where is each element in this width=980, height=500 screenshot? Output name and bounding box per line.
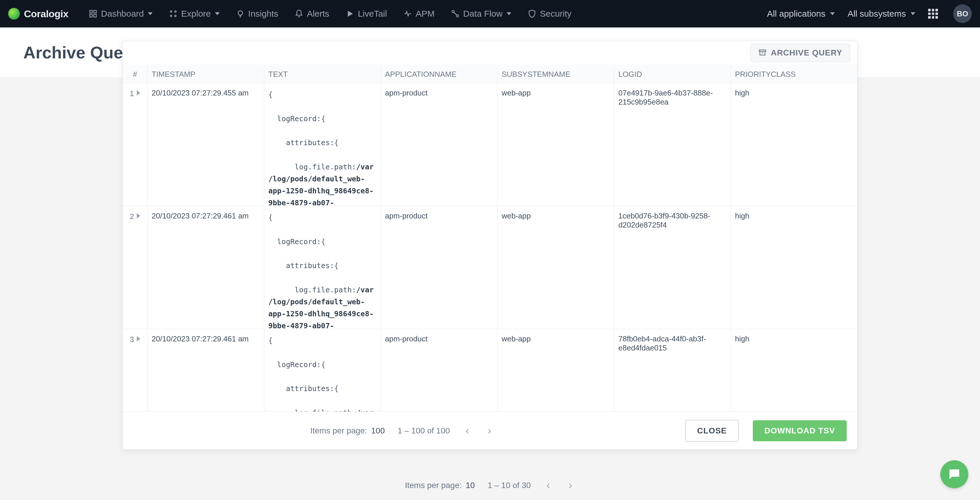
col-text[interactable]: TEXT <box>264 64 381 83</box>
shield-icon <box>528 10 536 18</box>
nav-explore[interactable]: Explore <box>167 6 221 21</box>
svg-rect-3 <box>94 14 97 17</box>
nav-security[interactable]: Security <box>526 6 573 21</box>
chevron-down-icon <box>215 12 220 15</box>
col-priority[interactable]: PRIORITYCLASS <box>731 64 847 83</box>
apps-menu-icon[interactable] <box>928 9 938 19</box>
row-index: 3 <box>130 335 134 412</box>
expand-row-icon[interactable] <box>137 90 140 96</box>
col-timestamp[interactable]: TIMESTAMP <box>147 64 264 83</box>
download-tsv-button[interactable]: DOWNLOAD TSV <box>753 420 847 441</box>
col-logid[interactable]: LOGID <box>614 64 731 83</box>
page-range: 1 – 10 of 30 <box>488 481 531 490</box>
flow-icon <box>451 10 460 18</box>
scope-subsystems[interactable]: All subsystems <box>848 9 915 19</box>
nav-livetail[interactable]: LiveTail <box>344 6 389 21</box>
page-pagination: Items per page: 10 1 – 10 of 30 ‹ › <box>0 477 980 494</box>
svg-point-4 <box>170 11 172 12</box>
svg-point-8 <box>238 11 242 15</box>
chevron-down-icon <box>148 12 153 15</box>
chevron-down-icon <box>911 12 915 15</box>
cell-text: { logRecord:{ attributes:{ log.file.path… <box>264 206 381 329</box>
expand-row-icon[interactable] <box>137 336 140 342</box>
cell-subsystem: web-app <box>497 329 614 412</box>
nav-label: Data Flow <box>463 9 503 19</box>
perpage-label: Items per page: <box>310 426 367 436</box>
pulse-icon <box>403 10 412 18</box>
bell-icon <box>294 10 303 18</box>
archive-icon <box>758 48 767 57</box>
results-panel: ARCHIVE QUERY # TIMESTAMP TEXT APPLICATI… <box>123 41 858 450</box>
nav-label: LiveTail <box>358 9 387 19</box>
cell-priority: high <box>731 206 847 329</box>
close-button[interactable]: CLOSE <box>685 420 738 442</box>
row-index: 1 <box>130 89 134 201</box>
cell-text: { logRecord:{ attributes:{ log.file.path… <box>264 329 381 412</box>
cell-subsystem: web-app <box>497 83 614 206</box>
next-page-button[interactable]: › <box>485 426 494 436</box>
play-icon <box>346 10 355 18</box>
nav-label: APM <box>415 9 434 19</box>
results-toolbar: ARCHIVE QUERY <box>123 41 857 64</box>
cell-timestamp: 20/10/2023 07:27:29.461 am <box>147 329 264 412</box>
col-appname[interactable]: APPLICATIONNAME <box>381 64 497 83</box>
cell-logid: 07e4917b-9ae6-4b37-888e-215c9b95e8ea <box>614 83 731 206</box>
perpage-value: 10 <box>466 481 475 490</box>
nav-label: Dashboard <box>101 9 144 19</box>
nav-label: Insights <box>248 9 278 19</box>
cell-logid: 78fb0eb4-adca-44f0-ab3f-e8ed4fdae015 <box>614 329 731 412</box>
table-body: 1 20/10/2023 07:27:29.455 am { logRecord… <box>123 83 857 412</box>
col-subname[interactable]: SUBSYSTEMNAME <box>497 64 614 83</box>
row-index: 2 <box>130 212 134 324</box>
cell-subsystem: web-app <box>497 206 614 329</box>
grid-icon <box>89 10 97 18</box>
brand[interactable]: Coralogix <box>8 8 68 19</box>
row-expand-cell: 2 <box>123 206 147 329</box>
nav-dataflow[interactable]: Data Flow <box>449 6 513 21</box>
nav-alerts[interactable]: Alerts <box>293 6 331 21</box>
perpage-value: 100 <box>371 426 385 436</box>
archive-query-button[interactable]: ARCHIVE QUERY <box>750 44 850 62</box>
chevron-down-icon <box>507 12 511 15</box>
svg-point-7 <box>175 15 176 17</box>
scope-label: All applications <box>767 9 826 19</box>
svg-rect-2 <box>90 14 92 17</box>
cell-text: { logRecord:{ attributes:{ log.file.path… <box>264 83 381 206</box>
nav-dashboard[interactable]: Dashboard <box>87 6 154 21</box>
brand-logo-icon <box>8 8 20 19</box>
cell-priority: high <box>731 329 847 412</box>
prev-page-button[interactable]: ‹ <box>544 481 553 490</box>
table-row: 1 20/10/2023 07:27:29.455 am { logRecord… <box>123 83 857 206</box>
scope-applications[interactable]: All applications <box>767 9 835 19</box>
nav-label: Explore <box>181 9 211 19</box>
expand-row-icon[interactable] <box>137 213 140 219</box>
nav-label: Alerts <box>307 9 329 19</box>
svg-rect-1 <box>94 11 97 13</box>
col-index[interactable]: # <box>123 64 147 83</box>
prev-page-button[interactable]: ‹ <box>463 426 472 436</box>
items-per-page[interactable]: Items per page: 100 <box>310 426 385 436</box>
items-per-page[interactable]: Items per page: 10 <box>405 481 475 490</box>
cell-application: apm-product <box>381 206 497 329</box>
nav-label: Security <box>540 9 571 19</box>
nodes-icon <box>169 10 178 18</box>
cell-timestamp: 20/10/2023 07:27:29.455 am <box>147 83 264 206</box>
svg-rect-0 <box>90 11 92 13</box>
perpage-label: Items per page: <box>405 481 462 490</box>
results-footer: Items per page: 100 1 – 100 of 100 ‹ › C… <box>123 412 857 449</box>
cell-logid: 1ceb0d76-b3f9-430b-9258-d202de8725f4 <box>614 206 731 329</box>
next-page-button[interactable]: › <box>566 481 575 490</box>
button-label: ARCHIVE QUERY <box>771 48 842 58</box>
help-chat-button[interactable] <box>940 460 968 488</box>
row-expand-cell: 1 <box>123 83 147 206</box>
user-avatar[interactable]: BO <box>953 5 972 23</box>
svg-point-5 <box>175 11 176 12</box>
table-header: # TIMESTAMP TEXT APPLICATIONNAME SUBSYST… <box>123 64 857 83</box>
scope-label: All subsystems <box>848 9 906 19</box>
svg-rect-11 <box>759 50 766 51</box>
nav-apm[interactable]: APM <box>402 6 436 21</box>
nav-insights[interactable]: Insights <box>234 6 280 21</box>
row-expand-cell: 3 <box>123 329 147 412</box>
brand-name: Coralogix <box>24 8 68 19</box>
top-nav: Coralogix Dashboard Explore Insights Ale… <box>0 0 980 27</box>
